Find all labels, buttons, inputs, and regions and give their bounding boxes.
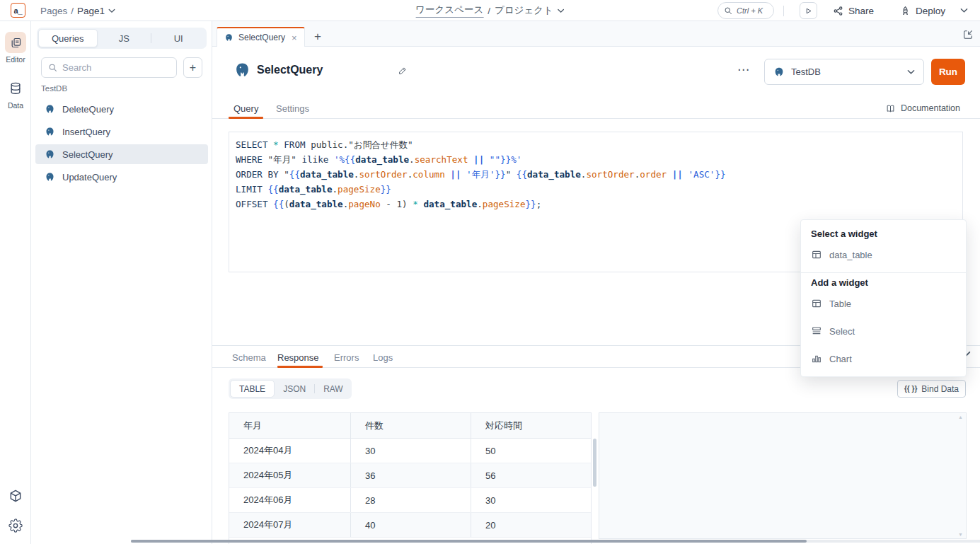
new-tab-button[interactable]: + <box>309 27 327 47</box>
tab-logs[interactable]: Logs <box>373 346 393 369</box>
add-widget-select[interactable]: Select <box>811 325 855 337</box>
package-icon <box>8 489 23 503</box>
datasource-select[interactable]: TestDB <box>764 59 924 85</box>
close-icon[interactable]: × <box>292 33 297 43</box>
share-icon <box>833 6 843 16</box>
rail-item-data[interactable]: Data <box>0 78 31 110</box>
active-response-tab-underline <box>277 366 323 368</box>
widget-binding-popup: Select a widget data_table Add a widget … <box>800 219 967 377</box>
breadcrumb-page[interactable]: Page1 <box>77 6 105 16</box>
rail-editor-label: Editor <box>6 55 25 64</box>
popup-divider <box>801 272 966 273</box>
query-list-item-selected[interactable]: SelectQuery <box>35 144 208 164</box>
scroll-up-arrow: ▲ <box>958 415 963 419</box>
editor-pages-icon <box>5 32 26 53</box>
code-line[interactable]: LIMIT {{data_table.pageSize}} <box>236 182 962 197</box>
chart-icon <box>811 353 822 364</box>
tab-settings[interactable]: Settings <box>276 98 309 119</box>
tab-errors[interactable]: Errors <box>334 346 359 369</box>
table-row[interactable]: 2024年07月4020 <box>229 513 591 538</box>
add-widget-chart[interactable]: Chart <box>811 353 852 364</box>
braces-icon: {{ }} <box>904 385 917 393</box>
select-widget-heading: Select a widget <box>811 228 877 239</box>
postgres-icon <box>773 66 785 78</box>
share-button[interactable]: Share <box>833 0 874 21</box>
omnibar-search[interactable]: Ctrl + K <box>717 2 774 19</box>
code-line[interactable]: ORDER BY "{{data_table.sortOrder.column … <box>236 167 962 182</box>
database-icon <box>5 78 26 99</box>
active-tab-underline <box>229 117 263 119</box>
rocket-icon <box>900 6 911 16</box>
horizontal-scrollbar-thumb[interactable] <box>131 540 807 543</box>
bind-data-label: Bind Data <box>921 384 959 394</box>
query-list-item[interactable]: DeleteQuery <box>35 99 208 119</box>
table-row[interactable]: 2024年06月2830 <box>229 488 591 513</box>
documentation-link[interactable]: Documentation <box>885 98 960 119</box>
deploy-menu-chevron[interactable] <box>960 0 968 21</box>
project-name[interactable]: プロジェクト <box>495 4 553 17</box>
query-settings-tabs: Query Settings <box>212 98 980 119</box>
edit-name-icon[interactable] <box>398 66 408 76</box>
table-row[interactable]: 2024年05月3656 <box>229 463 591 488</box>
add-widget-table[interactable]: Table <box>811 298 851 309</box>
add-query-button[interactable]: + <box>183 57 202 78</box>
search-input[interactable] <box>62 62 170 73</box>
table-scrollbar-thumb[interactable] <box>593 439 596 487</box>
column-header[interactable]: 年月 <box>229 413 351 438</box>
query-search-field[interactable] <box>41 57 177 78</box>
datasource-group-label: TestDB <box>41 84 67 93</box>
response-table: 年月件数対応時間 2024年04月30502024年05月36562024年06… <box>229 412 592 544</box>
query-list-item[interactable]: UpdateQuery <box>35 167 208 187</box>
libraries-button[interactable] <box>0 489 31 503</box>
breadcrumb-root[interactable]: Pages <box>40 6 67 16</box>
breadcrumb-separator: / <box>71 6 74 16</box>
tab-schema[interactable]: Schema <box>232 346 266 369</box>
settings-button[interactable] <box>0 519 31 533</box>
tab-queries[interactable]: Queries <box>38 29 98 47</box>
view-table[interactable]: TABLE <box>230 380 275 398</box>
code-line[interactable]: WHERE "年月" ilike '%{{data_table.searchTe… <box>236 152 962 167</box>
tab-ui[interactable]: UI <box>151 33 205 44</box>
column-header[interactable]: 対応時間 <box>471 413 592 438</box>
preview-button[interactable] <box>800 2 817 19</box>
view-separator <box>314 384 315 393</box>
workspace-link[interactable]: ワークスペース <box>415 4 483 18</box>
table-cell: 20 <box>471 513 592 537</box>
view-raw[interactable]: RAW <box>316 384 350 394</box>
bind-data-button[interactable]: {{ }} Bind Data <box>897 380 966 398</box>
table-row[interactable]: 2024年04月3050 <box>229 439 591 463</box>
more-options-button[interactable]: ⋯ <box>737 62 750 77</box>
select-icon <box>811 325 822 337</box>
topbar-divider <box>783 6 784 16</box>
code-line[interactable]: SELECT * FROM public."お問合せ件数" <box>236 137 962 152</box>
documentation-label: Documentation <box>901 103 960 113</box>
table-cell: 56 <box>471 463 592 487</box>
breadcrumb[interactable]: Pages / Page1 <box>40 0 115 21</box>
query-list-item[interactable]: InsertQuery <box>35 122 208 141</box>
column-header[interactable]: 件数 <box>351 413 471 438</box>
editor-tab-selectquery[interactable]: SelectQuery × <box>217 27 305 47</box>
appsmith-logo[interactable]: a_ <box>11 3 25 18</box>
book-icon <box>885 103 896 114</box>
search-icon <box>48 63 57 72</box>
view-json[interactable]: JSON <box>276 384 313 394</box>
tab-js[interactable]: JS <box>98 33 151 44</box>
query-title: SelectQuery <box>257 64 323 76</box>
collapse-panel-icon[interactable] <box>962 29 974 40</box>
table-cell: 2024年06月 <box>229 488 351 512</box>
table-header-row: 年月件数対応時間 <box>229 413 591 439</box>
postgres-icon <box>234 62 251 79</box>
tab-query[interactable]: Query <box>234 98 258 119</box>
run-button[interactable]: Run <box>931 59 965 85</box>
response-view-switch: TABLE JSON RAW <box>229 378 352 399</box>
chevron-down-icon[interactable] <box>558 8 565 13</box>
table-cell: 2024年04月 <box>229 439 351 463</box>
code-line[interactable]: OFFSET {{(data_table.pageNo - 1) * data_… <box>236 197 962 212</box>
postgres-icon <box>45 149 55 160</box>
chevron-down-icon[interactable] <box>108 8 115 13</box>
search-icon <box>724 6 732 15</box>
rail-item-editor[interactable]: Editor <box>0 32 31 64</box>
scroll-down-arrow: ▼ <box>958 532 963 537</box>
existing-widget-data-table[interactable]: data_table <box>811 249 872 260</box>
deploy-button[interactable]: Deploy <box>900 0 945 21</box>
